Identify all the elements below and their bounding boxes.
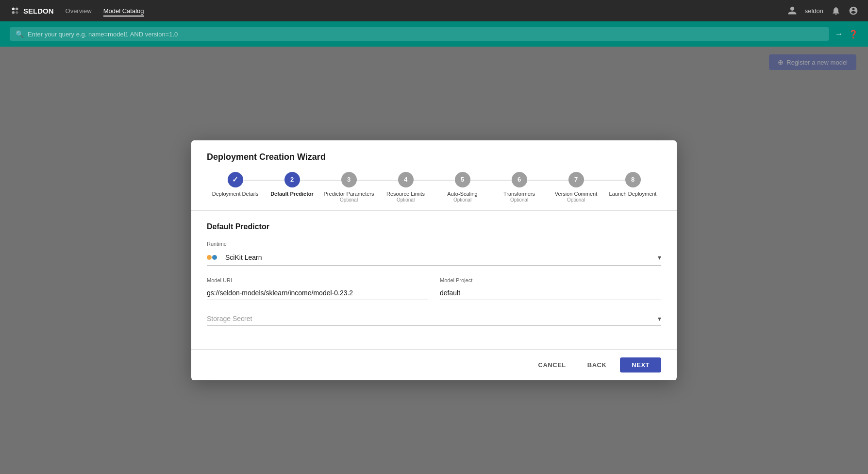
step-5: 5 Auto-Scaling Optional [434,172,491,203]
step-5-label: Auto-Scaling [447,190,477,197]
top-navigation: SELDON Overview Model Catalog seldon [0,0,868,21]
step-4-label: Resource Limits [386,190,425,197]
step-8-circle: 8 [625,172,641,187]
modal-overlay: Deployment Creation Wizard ✓ Deployment … [0,47,868,474]
step-7: 7 Version Comment Optional [548,172,604,203]
model-project-label: Model Project [440,277,661,283]
storage-secret-placeholder: Storage Secret [207,315,252,322]
step-4-sublabel: Optional [397,197,415,203]
runtime-value: SciKit Learn [207,253,262,262]
step-1-label: Deployment Details [212,190,258,197]
svg-point-2 [12,11,15,14]
nav-right: seldon [787,6,858,16]
section-title: Default Predictor [207,222,661,231]
sklearn-dot-blue [212,255,217,260]
main-area: ⊕ Register a new model Deployment Creati… [0,47,868,474]
search-arrow-icon: → [835,30,843,38]
notification-icon[interactable] [831,6,841,16]
step-3-sublabel: Optional [340,197,358,203]
step-7-label: Version Comment [555,190,597,197]
next-button[interactable]: NEXT [620,357,661,372]
sklearn-icon [207,253,220,262]
nav-overview[interactable]: Overview [66,5,92,17]
nav-model-catalog[interactable]: Model Catalog [103,5,144,17]
search-icon: 🔍 [16,30,24,38]
step-6-circle: 6 [512,172,527,187]
step-1-check: ✓ [232,175,238,184]
storage-secret-select[interactable]: Storage Secret ▾ [207,312,661,326]
step-2: 2 Default Predictor [264,172,320,197]
modal-title: Deployment Creation Wizard [207,152,661,162]
modal-body: Default Predictor Runtime SciKit Learn [191,211,677,349]
step-8: 8 Launch Deployment [604,172,661,197]
step-5-sublabel: Optional [453,197,471,203]
stepper: ✓ Deployment Details 2 Default Predictor [207,172,661,203]
step-8-label: Launch Deployment [609,190,657,197]
step-7-circle: 7 [568,172,584,187]
runtime-label: Runtime [207,241,661,247]
step-6-sublabel: Optional [510,197,528,203]
username-label: seldon [805,7,823,15]
step-2-label: Default Predictor [270,190,314,197]
seldon-logo: SELDON [10,5,54,16]
search-help-icon[interactable]: ❓ [849,30,858,39]
runtime-select[interactable]: SciKit Learn ▾ [207,250,661,266]
step-6: 6 Transformers Optional [491,172,548,203]
step-1: ✓ Deployment Details [207,172,264,197]
model-uri-value: gs://seldon-models/sklearn/income/model-… [207,286,428,300]
search-input[interactable] [28,31,823,38]
svg-point-0 [12,8,15,10]
model-uri-group: Model URI gs://seldon-models/sklearn/inc… [207,277,428,300]
uri-project-group: Model URI gs://seldon-models/sklearn/inc… [207,277,661,300]
step-7-sublabel: Optional [567,197,585,203]
model-project-value: default [440,286,661,300]
svg-point-1 [16,8,18,10]
search-input-wrap[interactable]: 🔍 [10,27,829,41]
step-2-circle: 2 [284,172,300,187]
model-project-group: Model Project default [440,277,661,300]
storage-secret-group: Storage Secret ▾ [207,312,661,326]
step-3: 3 Predictor Parameters Optional [320,172,377,203]
svg-point-3 [16,11,18,14]
account-icon [787,6,797,16]
storage-secret-chevron-icon: ▾ [658,315,661,322]
step-5-circle: 5 [455,172,470,187]
runtime-chevron-icon: ▾ [658,254,661,261]
step-6-label: Transformers [503,190,535,197]
modal-footer: CANCEL BACK NEXT [191,349,677,380]
step-3-label: Predictor Parameters [324,190,374,197]
modal-dialog: Deployment Creation Wizard ✓ Deployment … [191,140,677,380]
step-4: 4 Resource Limits Optional [377,172,434,203]
back-button[interactable]: BACK [580,357,615,372]
modal-header: Deployment Creation Wizard ✓ Deployment … [191,140,677,211]
profile-icon[interactable] [849,6,858,16]
model-uri-label: Model URI [207,277,428,283]
step-4-circle: 4 [398,172,414,187]
search-bar: 🔍 → ❓ [0,21,868,47]
search-actions: → ❓ [835,30,858,39]
cancel-button[interactable]: CANCEL [531,357,574,372]
step-1-circle: ✓ [228,172,243,187]
step-3-circle: 3 [341,172,357,187]
runtime-field-group: Runtime SciKit Learn ▾ [207,241,661,266]
sklearn-dot-orange [207,255,212,260]
